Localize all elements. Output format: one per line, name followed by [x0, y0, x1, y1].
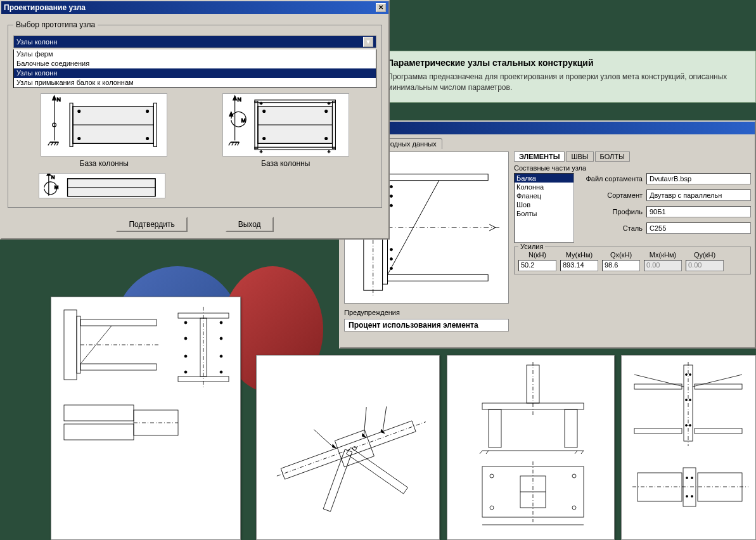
svg-line-108 [581, 451, 584, 454]
svg-point-139 [691, 496, 693, 498]
dropdown-item[interactable]: Балочные соединения [14, 59, 376, 68]
titlebar[interactable]: Проектирование узла ✕ [1, 1, 388, 14]
dropdown-item[interactable]: Узлы ферм [14, 49, 376, 59]
list-item[interactable]: Балка [515, 174, 573, 183]
svg-marker-45 [47, 174, 51, 176]
force-input: 0.00 [686, 260, 724, 271]
prototype-dropdown[interactable]: Узлы колонн ▼ [13, 35, 376, 48]
forces-legend: Усилия [518, 243, 545, 250]
svg-line-25 [229, 142, 231, 145]
svg-rect-32 [255, 101, 258, 148]
subtab-bolts[interactable]: БОЛТЫ [595, 151, 630, 162]
svg-line-97 [375, 406, 394, 433]
sortament-label: Сортамент [579, 191, 643, 199]
subtab-elements[interactable]: ЭЛЕМЕНТЫ [514, 151, 565, 162]
list-item[interactable]: Болты [515, 209, 573, 218]
chevron-down-icon[interactable]: ▼ [363, 37, 373, 47]
sortfile-input[interactable]: DvutavrB.bsp [646, 173, 751, 184]
list-item[interactable]: Фланец [515, 191, 573, 200]
svg-point-92 [352, 446, 357, 451]
svg-point-18 [146, 138, 149, 140]
svg-rect-83 [64, 405, 134, 421]
svg-point-82 [220, 355, 222, 357]
svg-point-60 [390, 195, 392, 197]
svg-rect-132 [637, 473, 682, 501]
sortfile-label: Файл сортамента [579, 175, 643, 183]
svg-text:+: + [327, 149, 330, 155]
info-text: Программа предназначена для проектирован… [387, 72, 746, 93]
svg-point-36 [262, 110, 265, 112]
dropdown-selected: Узлы колонн [16, 38, 57, 46]
svg-point-130 [686, 425, 688, 427]
svg-rect-89 [347, 447, 408, 494]
svg-text:+: + [327, 101, 330, 106]
svg-line-93 [314, 425, 334, 453]
titlebar[interactable]: Свойства [340, 122, 755, 134]
force-input[interactable]: 98.6 [602, 260, 640, 271]
svg-line-105 [480, 451, 482, 454]
subtab-welds[interactable]: ШВЫ [566, 151, 593, 162]
svg-text:N: N [51, 174, 55, 180]
dropdown-list[interactable]: Узлы ферм Балочные соединения Узлы колон… [13, 49, 376, 88]
groupbox-legend: Выбор прототипа узла [13, 20, 98, 29]
parts-listbox[interactable]: Балка Колонна Фланец Шов Болты [514, 173, 574, 243]
svg-rect-66 [77, 316, 80, 373]
svg-text:+: + [260, 101, 263, 106]
usage-label: Процент использования элемента [344, 319, 509, 331]
exit-button[interactable]: Выход [226, 217, 274, 232]
close-icon[interactable]: ✕ [376, 3, 386, 12]
info-panel: Параметрические узлы стальных конструкци… [361, 51, 756, 103]
svg-point-136 [686, 477, 688, 479]
svg-point-77 [184, 371, 187, 373]
preview-caption: База колонны [222, 159, 349, 168]
svg-line-6 [48, 142, 50, 145]
svg-rect-90 [323, 449, 352, 511]
svg-rect-102 [565, 409, 577, 447]
force-label: Mx(кНм) [650, 251, 676, 259]
svg-rect-35 [255, 147, 335, 150]
svg-line-88 [277, 422, 426, 477]
svg-line-107 [575, 451, 577, 454]
svg-text:N: N [237, 96, 241, 103]
force-input[interactable]: 50.2 [518, 260, 556, 271]
svg-point-75 [184, 321, 187, 324]
force-input[interactable]: 893.14 [560, 260, 598, 271]
window-properties: Свойства Задание исходных данных [339, 120, 756, 349]
dropdown-item[interactable]: Узлы примыкания балок к колоннам [14, 78, 376, 87]
svg-rect-124 [634, 428, 682, 434]
parts-label: Составные части узла [514, 164, 751, 172]
sortament-input[interactable]: Двутавр с параллельн [646, 190, 751, 201]
list-item[interactable]: Колонна [515, 183, 573, 191]
forces-groupbox: Усилия N(кН)50.2My(кНм)893.14Qx(кН)98.6M… [514, 247, 751, 274]
svg-rect-13 [70, 103, 73, 147]
prototype-groupbox: Выбор прототипа узла Узлы колонн ▼ Узлы … [8, 20, 382, 208]
report-sheet-4 [621, 355, 756, 540]
confirm-button[interactable]: Подтвердить [116, 217, 187, 232]
svg-point-62 [390, 248, 392, 251]
svg-rect-65 [64, 310, 77, 380]
svg-rect-33 [332, 101, 335, 148]
svg-rect-134 [683, 468, 696, 506]
svg-point-16 [78, 138, 80, 140]
profile-input[interactable]: 90Б1 [646, 206, 751, 217]
prototype-preview-2[interactable]: N M [222, 93, 349, 157]
prototype-preview-3[interactable]: N M [39, 173, 165, 198]
svg-marker-22 [229, 112, 233, 116]
svg-marker-98 [380, 428, 385, 434]
svg-rect-68 [80, 364, 157, 370]
dropdown-item[interactable]: Узлы колонн [14, 68, 376, 78]
force-label: Qy(кН) [694, 251, 715, 259]
window-title: Проектирование узла [4, 3, 86, 12]
svg-rect-14 [154, 103, 157, 147]
svg-marker-2 [53, 96, 56, 100]
report-sheet-3 [447, 355, 615, 540]
svg-text:+: + [260, 149, 263, 155]
steel-label: Сталь [579, 224, 643, 232]
svg-point-59 [390, 186, 392, 188]
force-label: My(кНм) [566, 251, 593, 259]
prototype-preview-1[interactable]: N [41, 93, 167, 157]
list-item[interactable]: Шов [515, 200, 573, 209]
svg-rect-84 [64, 424, 134, 440]
steel-input[interactable]: С255 [646, 222, 751, 234]
preview-caption: База колонны [41, 159, 167, 168]
